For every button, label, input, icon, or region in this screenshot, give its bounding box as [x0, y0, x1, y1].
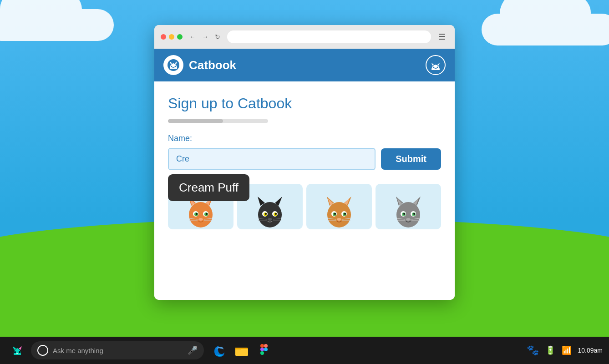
form-group: Name: Submit Cream Puff — [168, 134, 441, 170]
microphone-icon[interactable]: 🎤 — [188, 345, 198, 355]
svg-point-45 — [344, 213, 346, 215]
cloud-left — [0, 9, 114, 41]
cat-gray — [392, 192, 424, 229]
app-header: Catbook — [154, 49, 455, 81]
minimize-button[interactable] — [169, 34, 174, 40]
app-content: Sign up to Catbook Name: Submit Cream Pu… — [154, 81, 455, 300]
cat-card-2[interactable] — [237, 184, 303, 229]
svg-point-61 — [413, 213, 415, 215]
svg-point-68 — [14, 351, 16, 353]
svg-point-1 — [171, 66, 173, 67]
svg-point-62 — [406, 218, 411, 221]
taskbar-apps — [211, 342, 272, 359]
svg-rect-75 — [260, 351, 264, 355]
menu-button[interactable]: ☰ — [436, 31, 448, 43]
reload-button[interactable]: ↻ — [213, 32, 223, 41]
cat-orange-1 — [185, 192, 217, 229]
folder-icon[interactable] — [233, 342, 250, 359]
cats-row — [168, 184, 441, 238]
taskbar-right: 🐾 🔋 📶 10.09am — [527, 344, 603, 356]
battery-icon: 🔋 — [545, 345, 555, 355]
cat-orange-2 — [323, 192, 355, 229]
start-button[interactable] — [6, 339, 28, 361]
name-label: Name: — [168, 134, 441, 143]
cat-black — [254, 192, 286, 229]
svg-point-60 — [403, 213, 405, 215]
svg-point-2 — [175, 66, 176, 67]
svg-point-46 — [337, 218, 341, 221]
svg-point-29 — [275, 213, 277, 215]
name-input[interactable] — [168, 148, 376, 170]
cat-card-4[interactable] — [376, 184, 441, 229]
svg-rect-71 — [235, 349, 248, 356]
nav-buttons: ← → ↻ — [187, 32, 223, 41]
page-title: Sign up to Catbook — [168, 95, 441, 112]
svg-rect-72 — [260, 344, 264, 348]
figma-icon[interactable] — [255, 342, 272, 359]
app-title: Catbook — [189, 58, 236, 72]
svg-point-44 — [334, 213, 336, 215]
svg-point-30 — [268, 218, 272, 221]
traffic-lights — [161, 34, 183, 40]
taskbar-time: 10.09am — [578, 347, 603, 354]
taskbar: Ask me anything 🎤 — [0, 337, 609, 364]
edge-icon[interactable] — [211, 342, 228, 359]
browser-chrome: ← → ↻ ☰ — [154, 25, 455, 49]
back-button[interactable]: ← — [187, 32, 198, 41]
profile-icon[interactable] — [426, 55, 446, 75]
svg-point-76 — [264, 348, 268, 351]
taskbar-search[interactable]: Ask me anything 🎤 — [31, 341, 204, 359]
svg-point-9 — [189, 202, 213, 228]
paw-icon[interactable]: 🐾 — [527, 344, 539, 356]
svg-point-28 — [265, 213, 267, 215]
form-row: Submit Cream Puff — [168, 148, 441, 170]
svg-point-55 — [396, 202, 420, 228]
svg-point-4 — [437, 67, 438, 68]
svg-point-14 — [196, 213, 198, 215]
maximize-button[interactable] — [177, 34, 183, 40]
wifi-icon: 📶 — [562, 345, 572, 355]
search-circle-icon — [37, 345, 48, 356]
cat-card-3[interactable] — [306, 184, 372, 229]
address-bar[interactable] — [227, 30, 431, 43]
app-logo: Catbook — [163, 55, 236, 75]
svg-rect-74 — [260, 348, 264, 351]
svg-point-39 — [327, 202, 351, 228]
svg-rect-73 — [264, 344, 268, 348]
progress-bar-bg — [168, 119, 268, 123]
logo-icon — [163, 55, 183, 75]
cloud-right — [482, 14, 609, 46]
svg-point-16 — [198, 218, 203, 221]
progress-bar-container — [168, 119, 441, 123]
svg-point-69 — [19, 351, 20, 353]
forward-button[interactable]: → — [200, 32, 211, 41]
cat-card-1[interactable] — [168, 184, 233, 229]
svg-point-15 — [206, 213, 208, 215]
submit-button[interactable]: Submit — [381, 148, 441, 170]
close-button[interactable] — [161, 34, 166, 40]
progress-bar-fill — [168, 119, 223, 123]
svg-point-23 — [258, 202, 282, 228]
search-text: Ask me anything — [53, 347, 183, 354]
browser-window: ← → ↻ ☰ Catbook — [154, 25, 455, 300]
svg-point-3 — [433, 67, 435, 68]
